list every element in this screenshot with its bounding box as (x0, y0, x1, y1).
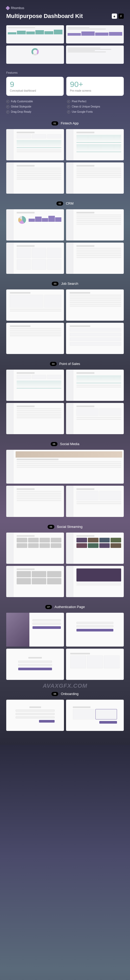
feature-item: ✓Pixel Perfect (67, 100, 124, 103)
stat-label: Pre-made screens (70, 89, 120, 92)
section-number: 08 (51, 692, 58, 696)
feature-item: ✓Global Styleguide (6, 105, 63, 108)
section-title: Social Media (60, 442, 79, 446)
screenshot-thumb (66, 613, 124, 647)
page-title: Multipurpose Dashboard Kit (6, 13, 109, 20)
screenshot-thumb (6, 323, 64, 354)
screenshot-thumb (66, 129, 124, 160)
brand-icon (6, 6, 10, 10)
preview-thumb (66, 25, 124, 43)
screenshot-thumb (66, 649, 124, 680)
feature-item: ✓Use Google Fonts (67, 110, 124, 113)
screenshot-thumb (6, 566, 64, 597)
screenshot-thumb (66, 323, 124, 354)
section-title: Authentication Page (55, 605, 85, 609)
section-number: 06 (48, 525, 54, 529)
section-fintech: 01Fintech App (6, 121, 124, 194)
screenshot-thumb (66, 243, 124, 274)
stat-label: Conceptual dashboard (10, 89, 60, 92)
brand-name: Rhombus (11, 6, 24, 10)
screenshot-thumb (66, 700, 124, 731)
preview-thumb (66, 46, 124, 64)
watermark: AVAXGFX.COM (6, 682, 124, 689)
section-title: Onboarding (61, 692, 79, 696)
check-icon: ✓ (67, 100, 70, 103)
screenshot-thumb (66, 290, 124, 321)
screenshot-thumb (6, 450, 124, 484)
section-streaming: 06Social Streaming (6, 525, 124, 597)
section-number: 05 (51, 442, 57, 446)
screenshot-thumb (6, 403, 64, 434)
section-auth: 07Authentication Page (6, 605, 124, 680)
figma-badge: F (119, 14, 124, 19)
screenshot-thumb (6, 162, 64, 194)
screenshot-thumb (6, 129, 64, 160)
section-number: 04 (50, 362, 57, 366)
feature-item: ✓Fully Customizable (6, 100, 63, 103)
stat-cards: 9 Conceptual dashboard 90+ Pre-made scre… (6, 77, 124, 96)
feature-item: ✓Drag-Drop Ready (6, 110, 63, 113)
brand: Rhombus (6, 6, 124, 10)
screenshot-thumb (6, 613, 64, 647)
sketch-badge: ◆ (112, 14, 117, 19)
stat-card: 9 Conceptual dashboard (6, 77, 64, 96)
check-icon: ✓ (6, 110, 10, 113)
feature-list: ✓Fully Customizable ✓Pixel Perfect ✓Glob… (6, 100, 124, 113)
check-icon: ✓ (6, 100, 10, 103)
check-icon: ✓ (67, 110, 70, 113)
section-socialmedia: 05Social Media (6, 442, 124, 517)
screenshot-thumb (6, 370, 64, 401)
check-icon: ✓ (67, 105, 70, 108)
stat-number: 90+ (70, 80, 120, 88)
section-number: 02 (56, 202, 63, 206)
section-title: CRM (66, 202, 74, 205)
stat-card: 90+ Pre-made screens (66, 77, 124, 96)
screenshot-thumb (6, 290, 64, 321)
section-title: Social Streaming (57, 525, 82, 529)
preview-thumb (6, 46, 64, 64)
section-title: Point of Sales (59, 362, 80, 366)
section-number: 07 (45, 605, 52, 609)
screenshot-thumb (6, 649, 64, 680)
section-pos: 04Point of Sales (6, 362, 124, 434)
format-badges: ◆ F (112, 14, 124, 19)
screenshot-thumb (6, 209, 64, 240)
screenshot-thumb (66, 403, 124, 434)
section-onboarding: 08Onboarding (6, 692, 124, 731)
screenshot-thumb (66, 370, 124, 401)
screenshot-thumb (6, 533, 64, 564)
features-label: Features (6, 71, 124, 74)
screenshot-thumb (6, 243, 64, 274)
screenshot-thumb (6, 700, 64, 731)
section-jobsearch: 03Job Search (6, 282, 124, 354)
section-title: Fintech App (61, 121, 79, 125)
section-crm: 02CRM (6, 202, 124, 274)
section-title: Job Search (61, 282, 78, 286)
hero-preview-grid (6, 25, 124, 64)
screenshot-thumb (66, 486, 124, 517)
header: Rhombus Multipurpose Dashboard Kit ◆ F (6, 6, 124, 20)
section-number: 03 (52, 282, 59, 286)
section-number: 01 (51, 121, 58, 126)
screenshot-thumb (66, 209, 124, 240)
screenshot-thumb (66, 533, 124, 564)
feature-item: ✓Clean & Unique Designs (67, 105, 124, 108)
preview-thumb (6, 25, 64, 43)
check-icon: ✓ (6, 105, 10, 108)
screenshot-thumb (66, 162, 124, 194)
screenshot-thumb (66, 566, 124, 597)
stat-number: 9 (10, 80, 60, 88)
screenshot-thumb (6, 486, 64, 517)
